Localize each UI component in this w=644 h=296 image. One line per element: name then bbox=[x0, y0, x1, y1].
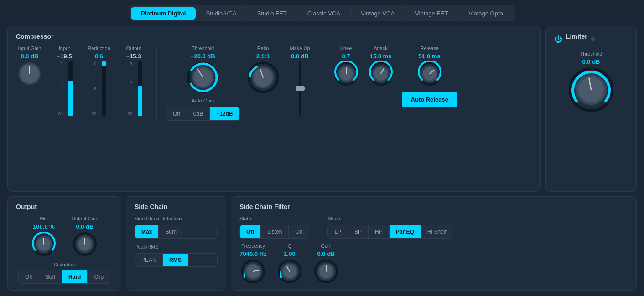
sidechain-panel: Side Chain Side Chain Detection Max Sum … bbox=[126, 196, 226, 291]
power-icon[interactable]: ⏻ bbox=[554, 35, 562, 44]
release-knob[interactable] bbox=[417, 61, 442, 86]
limiter-threshold-knob[interactable] bbox=[568, 67, 614, 112]
tab-platinum-digital[interactable]: Platinum Digital bbox=[131, 7, 196, 20]
scfilter-top: State Off Listen On Mode LP BP HP Par EQ… bbox=[239, 216, 628, 239]
knee-label: Knee bbox=[340, 46, 352, 51]
frequency-knob[interactable] bbox=[241, 259, 265, 284]
auto-gain-off[interactable]: Off bbox=[166, 107, 187, 120]
frequency-control: Frequency 7040.0 Hz bbox=[239, 243, 267, 284]
compressor-panel: Compressor Input Gain 0.0 dB bbox=[7, 26, 541, 192]
attack-label: Attack bbox=[374, 46, 388, 51]
makeup-slider[interactable] bbox=[299, 61, 301, 116]
mode-group: LP BP HP Par EQ Hi Shelf bbox=[327, 225, 453, 239]
scfilter-gain-control: Gain 0.0 dB bbox=[312, 243, 340, 284]
mode-lp[interactable]: LP bbox=[328, 225, 348, 238]
output-label: Output bbox=[126, 46, 141, 51]
app-container: Platinum Digital Studio VCA Studio FET C… bbox=[0, 0, 644, 296]
attack-knob[interactable] bbox=[369, 61, 393, 86]
output-gain-control: Output Gain 0.0 dB bbox=[71, 216, 99, 256]
threshold-label: Threshold bbox=[192, 46, 214, 51]
output-title: Output bbox=[16, 203, 113, 210]
attack-value: 15.0 ms bbox=[370, 53, 392, 60]
distortion-group: Off Soft Hard Clip bbox=[18, 270, 110, 284]
reduction-value: 0.6 bbox=[95, 53, 103, 60]
state-off[interactable]: Off bbox=[240, 225, 261, 238]
mix-control: Mix 100.0 % bbox=[30, 216, 57, 256]
q-knob[interactable] bbox=[277, 259, 302, 284]
release-label: Release bbox=[421, 46, 439, 51]
state-on[interactable]: On bbox=[289, 225, 309, 238]
limiter-dot bbox=[591, 37, 595, 41]
limiter-threshold-value: 0.0 dB bbox=[582, 58, 600, 65]
peakrms-rms[interactable]: RMS bbox=[163, 254, 188, 266]
threshold-control: Threshold −20.0 dB Auto Gain bbox=[166, 46, 240, 121]
attack-control: Attack 15.0 ms bbox=[367, 46, 395, 86]
peakrms-peak[interactable]: PEAK bbox=[135, 254, 163, 266]
scfilter-gain-label: Gain bbox=[321, 243, 331, 249]
input-label: Input bbox=[59, 46, 70, 51]
distortion-hard[interactable]: Hard bbox=[62, 270, 88, 283]
tab-vintage-opto[interactable]: Vintage Opto bbox=[458, 7, 513, 20]
output-gain-knob[interactable] bbox=[73, 232, 97, 256]
output-gain-label: Output Gain bbox=[71, 216, 98, 221]
detection-max[interactable]: Max bbox=[135, 225, 159, 238]
detection-sum[interactable]: Sum bbox=[159, 225, 183, 238]
mix-label: Mix bbox=[40, 216, 47, 221]
threshold-knob[interactable] bbox=[187, 61, 219, 93]
mode-bp[interactable]: BP bbox=[348, 225, 369, 238]
limiter-threshold-label: Threshold bbox=[580, 51, 602, 56]
mode-pareq[interactable]: Par EQ bbox=[390, 225, 421, 238]
scfilter-gain-value: 0.0 dB bbox=[317, 250, 335, 257]
knee-knob[interactable] bbox=[334, 61, 358, 86]
tab-classic-vca[interactable]: Classic VCA bbox=[297, 7, 351, 20]
scfilter-gain-knob[interactable] bbox=[314, 259, 338, 284]
distortion-clip[interactable]: Clip bbox=[88, 270, 110, 283]
freq-controls: Frequency 7040.0 Hz Q 1.00 bbox=[239, 243, 628, 284]
mix-knob[interactable] bbox=[31, 232, 56, 256]
input-vu-control: Input −19.5 3 − 0 − −60 − bbox=[51, 46, 78, 116]
tab-studio-fet[interactable]: Studio FET bbox=[247, 7, 297, 20]
input-gain-knob[interactable] bbox=[17, 61, 42, 86]
limiter-header: ⏻ Limiter bbox=[554, 33, 595, 46]
q-control: Q 1.00 bbox=[276, 243, 303, 284]
ratio-control: Ratio 2.1:1 bbox=[247, 46, 279, 93]
auto-gain-12db[interactable]: −12dB bbox=[210, 107, 239, 120]
limiter-panel: ⏻ Limiter Threshold 0.0 dB bbox=[545, 26, 637, 192]
makeup-label: Make Up bbox=[290, 46, 310, 51]
ratio-knob[interactable] bbox=[247, 61, 279, 93]
auto-gain-section: Auto Gain Off 0dB −12dB bbox=[166, 98, 240, 121]
auto-gain-0db[interactable]: 0dB bbox=[187, 107, 210, 120]
q-label: Q bbox=[288, 243, 292, 249]
separator1 bbox=[156, 46, 157, 121]
scfilter-mode-section: Mode LP BP HP Par EQ Hi Shelf bbox=[327, 216, 453, 239]
compressor-title: Compressor bbox=[16, 33, 532, 40]
reduction-vu-meter: 0 − 6 − 50 − bbox=[92, 61, 106, 116]
bottom-row: Output Mix 100.0 % bbox=[7, 196, 637, 291]
mode-hp[interactable]: HP bbox=[369, 225, 390, 238]
tab-vintage-fet[interactable]: Vintage FET bbox=[405, 7, 458, 20]
tab-vintage-vca[interactable]: Vintage VCA bbox=[351, 7, 405, 20]
state-listen[interactable]: Listen bbox=[261, 225, 289, 238]
frequency-value: 7040.0 Hz bbox=[239, 250, 266, 257]
ratio-label: Ratio bbox=[257, 46, 269, 51]
sidechain-title: Side Chain bbox=[135, 203, 218, 210]
makeup-control: Make Up 0.0 dB bbox=[286, 46, 314, 116]
output-knobs: Mix 100.0 % Output Gain 0.0 d bbox=[16, 216, 113, 256]
distortion-off[interactable]: Off bbox=[19, 270, 39, 283]
knee-value: 0.7 bbox=[342, 53, 350, 60]
peakrms-group: PEAK RMS bbox=[135, 253, 218, 267]
distortion-label: Distortion bbox=[54, 262, 75, 267]
output-gain-value: 0.0 dB bbox=[76, 223, 93, 230]
mode-label: Mode bbox=[327, 216, 453, 221]
output-vu-meter: 3 − 0 − −60 − bbox=[125, 61, 142, 116]
distortion-soft[interactable]: Soft bbox=[39, 270, 62, 283]
tab-studio-vca[interactable]: Studio VCA bbox=[196, 7, 247, 20]
frequency-label: Frequency bbox=[241, 243, 265, 249]
auto-release-button[interactable]: Auto Release bbox=[402, 92, 457, 107]
limiter-threshold-control: Threshold 0.0 dB bbox=[568, 51, 614, 112]
mode-hishelf[interactable]: Hi Shelf bbox=[421, 225, 453, 238]
input-gain-control: Input Gain 0.0 dB bbox=[16, 46, 43, 86]
reduction-label: Reduction bbox=[88, 46, 110, 51]
makeup-slider-thumb[interactable] bbox=[296, 86, 305, 91]
input-value: −19.5 bbox=[57, 53, 72, 60]
